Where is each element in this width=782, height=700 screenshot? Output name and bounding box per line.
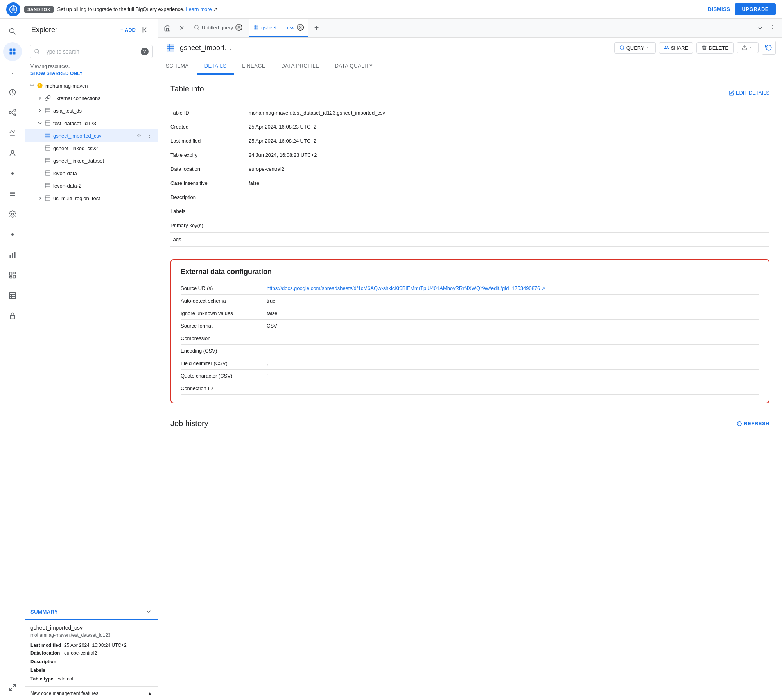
tab-more-button[interactable]: [754, 22, 766, 34]
share-button[interactable]: SHARE: [659, 42, 694, 54]
upgrade-button[interactable]: UPGRADE: [735, 3, 776, 15]
table-row: Table ID mohamnag-maven.test_dataset_id1…: [170, 106, 769, 120]
star-button[interactable]: ☆: [134, 106, 143, 115]
sidebar-icon-dashboard[interactable]: [3, 266, 22, 285]
close-untitled-query-tab[interactable]: ✕: [235, 24, 242, 31]
tree-toggle[interactable]: [36, 194, 44, 202]
sidebar-icon-chart-bar[interactable]: [3, 245, 22, 264]
show-starred-button[interactable]: SHOW STARRED ONLY: [25, 70, 158, 79]
svg-rect-5: [9, 49, 12, 52]
tree-item-us-multi-region[interactable]: us_multi_region_test ☆ ⋮: [25, 192, 158, 204]
field-label: Last modified: [170, 134, 249, 148]
more-button[interactable]: ⋮: [145, 181, 154, 190]
tree-item-test-dataset[interactable]: test_dataset_id123 ☆ ⋮: [25, 117, 158, 129]
export-dropdown-icon: [749, 45, 753, 50]
sidebar-icon-table[interactable]: [3, 286, 22, 305]
summary-header[interactable]: SUMMARY: [25, 604, 158, 620]
svg-line-36: [13, 685, 15, 687]
tree-item-levon-data-2[interactable]: levon-data-2 ☆ ⋮: [25, 179, 158, 192]
learn-more-link[interactable]: Learn more: [186, 6, 212, 12]
more-button[interactable]: ⋮: [145, 193, 154, 203]
more-button[interactable]: ⋮: [145, 93, 154, 103]
tab-data-profile[interactable]: DATA PROFILE: [273, 58, 327, 75]
add-button[interactable]: + ADD: [120, 27, 136, 33]
svg-point-23: [11, 213, 13, 215]
tab-gsheet-csv[interactable]: gsheet_i… csv ✕: [249, 19, 308, 37]
field-value: [249, 204, 769, 218]
star-button[interactable]: ☆: [134, 156, 143, 165]
help-icon[interactable]: ?: [141, 48, 149, 55]
tree-toggle[interactable]: [28, 82, 36, 90]
source-uri-link[interactable]: https://docs.google.com/spreadsheets/d/1…: [267, 285, 540, 291]
data-location-label: Data location: [30, 650, 61, 656]
search-input[interactable]: [43, 48, 138, 55]
star-button[interactable]: ☆: [134, 131, 143, 140]
svg-line-4: [13, 32, 15, 34]
svg-rect-35: [10, 315, 15, 319]
sidebar-icon-search[interactable]: [3, 22, 22, 41]
sidebar-icon-grid[interactable]: [3, 42, 22, 61]
star-button[interactable]: ☆: [134, 181, 143, 190]
tree-toggle[interactable]: [36, 119, 44, 127]
svg-rect-62: [45, 171, 50, 175]
more-button[interactable]: ⋮: [145, 106, 154, 115]
content-toolbar: gsheet_import… QUERY SHARE DELETE: [158, 38, 782, 58]
sidebar-icon-connections[interactable]: [3, 103, 22, 122]
tab-close-home[interactable]: ✕: [175, 22, 188, 34]
sidebar-icon-settings[interactable]: [3, 205, 22, 224]
close-gsheet-csv-tab[interactable]: ✕: [297, 24, 304, 31]
svg-point-1: [11, 7, 15, 11]
more-button[interactable]: ⋮: [145, 118, 154, 128]
more-button[interactable]: ⋮: [145, 81, 154, 90]
tree-item-asia-test-ds[interactable]: asia_test_ds ☆ ⋮: [25, 104, 158, 117]
star-button[interactable]: ☆: [134, 168, 143, 178]
tree-item-gsheet-imported-csv[interactable]: gsheet_imported_csv ☆ ⋮: [25, 129, 158, 142]
sidebar-icon-lock[interactable]: [3, 306, 22, 325]
sidebar-icon-expand[interactable]: [3, 678, 22, 697]
star-button[interactable]: ☆: [134, 143, 143, 153]
collapse-panel-button[interactable]: [139, 23, 151, 36]
sidebar-icon-list[interactable]: [3, 184, 22, 203]
star-button[interactable]: ☆: [134, 193, 143, 203]
labels-label: Labels: [30, 668, 152, 673]
star-button[interactable]: ☆: [134, 81, 143, 90]
dataset-icon: [44, 119, 52, 127]
tree-item-gsheet-linked-csv2[interactable]: gsheet_linked_csv2 ☆ ⋮: [25, 142, 158, 154]
add-tab-button[interactable]: +: [310, 22, 323, 34]
sidebar-icon-pipeline[interactable]: [3, 124, 22, 142]
svg-rect-6: [13, 49, 15, 52]
delete-button[interactable]: DELETE: [696, 42, 734, 54]
tab-data-quality[interactable]: DATA QUALITY: [327, 58, 380, 75]
sidebar-icon-person[interactable]: [3, 144, 22, 163]
more-button[interactable]: ⋮: [145, 168, 154, 178]
tab-lineage[interactable]: LINEAGE: [234, 58, 273, 75]
tree-item-external-connections[interactable]: External connections ⋮: [25, 92, 158, 104]
last-modified-value: 25 Apr 2024, 16:08:24 UTC+2: [64, 643, 152, 648]
dismiss-button[interactable]: DISMISS: [708, 6, 730, 12]
tab-untitled-query[interactable]: Untitled query ✕: [189, 19, 247, 37]
more-button[interactable]: ⋮: [145, 143, 154, 153]
tab-home-button[interactable]: [161, 22, 174, 34]
tree-item-gsheet-linked-dataset[interactable]: gsheet_linked_dataset ☆ ⋮: [25, 154, 158, 167]
tab-schema[interactable]: SCHEMA: [158, 58, 197, 75]
export-button[interactable]: [737, 42, 759, 53]
tab-overflow-button[interactable]: ⋮: [766, 22, 779, 34]
tree-toggle[interactable]: [36, 107, 44, 115]
more-button[interactable]: ⋮: [145, 156, 154, 165]
more-button[interactable]: ⋮: [145, 131, 154, 140]
new-code-features-bar[interactable]: New code management features ▲: [25, 686, 158, 700]
tree-label: asia_test_ds: [53, 108, 134, 114]
edit-details-button[interactable]: EDIT DETAILS: [729, 90, 769, 96]
job-history-refresh-button[interactable]: REFRESH: [737, 421, 769, 426]
query-button[interactable]: QUERY: [614, 42, 656, 54]
tree-item-mohamnag-maven[interactable]: mohamnag-maven ☆ ⋮: [25, 79, 158, 92]
table-row: Tags: [170, 233, 769, 247]
ext-row: Ignore unknown values false: [181, 307, 759, 320]
tree-toggle[interactable]: [36, 94, 44, 102]
star-button[interactable]: ☆: [134, 118, 143, 128]
refresh-table-button[interactable]: [762, 41, 776, 55]
tree-item-levon-data[interactable]: levon-data ☆ ⋮: [25, 167, 158, 179]
sidebar-icon-clock[interactable]: [3, 83, 22, 102]
tab-details[interactable]: DETAILS: [197, 58, 235, 75]
sidebar-icon-filters[interactable]: [3, 63, 22, 81]
